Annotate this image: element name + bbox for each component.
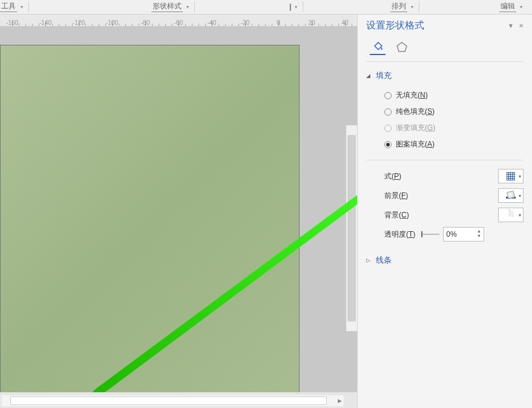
- canvas-area[interactable]: [0, 27, 357, 392]
- ribbon-group-tools: 工具: [0, 1, 17, 12]
- transparency-slider[interactable]: [421, 234, 439, 235]
- foreground-color-dropdown[interactable]: ▾: [498, 188, 524, 203]
- chevron-down-icon: ▾: [519, 193, 521, 199]
- dropdown-icon[interactable]: ▾: [295, 4, 297, 10]
- divider: [419, 1, 419, 12]
- fill-pattern-radio[interactable]: 图案填充(A): [384, 136, 524, 153]
- transparency-input[interactable]: 0% ▲ ▼: [443, 227, 484, 242]
- format-shape-panel: 设置形状格式 ▼ ✕ ◢ 填充: [357, 15, 532, 408]
- horizontal-scrollbar[interactable]: ▶: [2, 395, 344, 406]
- ribbon-group-labels: 工具 ▾ 形状样式 ▾ | ▾ 排列 ▾ 编辑 ▾: [0, 0, 532, 15]
- slider-thumb[interactable]: [421, 231, 422, 237]
- background-label: 背景(C): [384, 210, 498, 220]
- pipe-icon: |: [289, 2, 291, 11]
- panel-title: 设置形状格式: [366, 19, 424, 32]
- pattern-swatch-icon: [507, 172, 515, 180]
- scrollbar-thumb[interactable]: [10, 396, 327, 405]
- ribbon-group-arrange: 排列: [390, 1, 407, 12]
- background-color-icon: [506, 212, 516, 218]
- divider: [366, 160, 524, 160]
- pattern-style-dropdown[interactable]: ▾: [498, 169, 524, 183]
- dropdown-icon[interactable]: ▾: [186, 4, 189, 10]
- ribbon-group-edit: 编辑: [499, 1, 516, 12]
- background-color-dropdown[interactable]: ▾: [498, 208, 524, 222]
- scroll-right-icon[interactable]: ▶: [335, 396, 344, 405]
- fill-section-header[interactable]: ◢ 填充: [366, 68, 524, 84]
- divider: [28, 1, 29, 12]
- collapse-icon: ◢: [366, 73, 373, 79]
- foreground-color-icon: [506, 192, 516, 199]
- pentagon-icon: [395, 41, 409, 54]
- fill-solid-radio[interactable]: 纯色填充(S): [384, 104, 524, 120]
- dropdown-icon[interactable]: ▾: [411, 4, 413, 10]
- chevron-down-icon: ▾: [519, 212, 521, 218]
- divider: [303, 1, 303, 12]
- divider: [194, 1, 195, 12]
- panel-close-icon[interactable]: ✕: [519, 22, 524, 29]
- spinner-up-icon[interactable]: ▲: [475, 229, 482, 234]
- fill-gradient-radio[interactable]: 渐变填充(G): [384, 120, 524, 136]
- svg-marker-1: [397, 42, 407, 51]
- line-section-label: 线条: [376, 255, 392, 266]
- selected-shape[interactable]: [0, 45, 300, 392]
- scrollbar-thumb[interactable]: [347, 135, 356, 321]
- line-section-header[interactable]: ▷ 线条: [366, 252, 524, 268]
- chevron-down-icon: ▾: [519, 174, 521, 179]
- pattern-style-label: 式(P): [384, 171, 498, 182]
- fill-section-label: 填充: [376, 70, 392, 81]
- ribbon-group-shape-styles: 形状样式: [151, 1, 183, 12]
- fill-line-tab[interactable]: [370, 39, 386, 55]
- effects-tab[interactable]: [394, 39, 410, 55]
- expand-icon: ▷: [366, 257, 373, 263]
- panel-menu-icon[interactable]: ▼: [508, 22, 514, 29]
- foreground-label: 前景(F): [384, 191, 498, 201]
- divider: [366, 61, 524, 62]
- fill-none-radio[interactable]: 无填充(N): [384, 87, 524, 104]
- vertical-scrollbar[interactable]: [346, 125, 357, 331]
- spinner-down-icon[interactable]: ▼: [475, 234, 482, 239]
- dropdown-icon[interactable]: ▾: [21, 4, 23, 10]
- transparency-label: 透明度(T): [384, 229, 415, 240]
- paint-bucket-icon: [371, 40, 384, 53]
- horizontal-ruler: -160-140-120-100-80-60-40-2002040: [0, 15, 357, 27]
- dropdown-icon[interactable]: ▾: [520, 4, 522, 10]
